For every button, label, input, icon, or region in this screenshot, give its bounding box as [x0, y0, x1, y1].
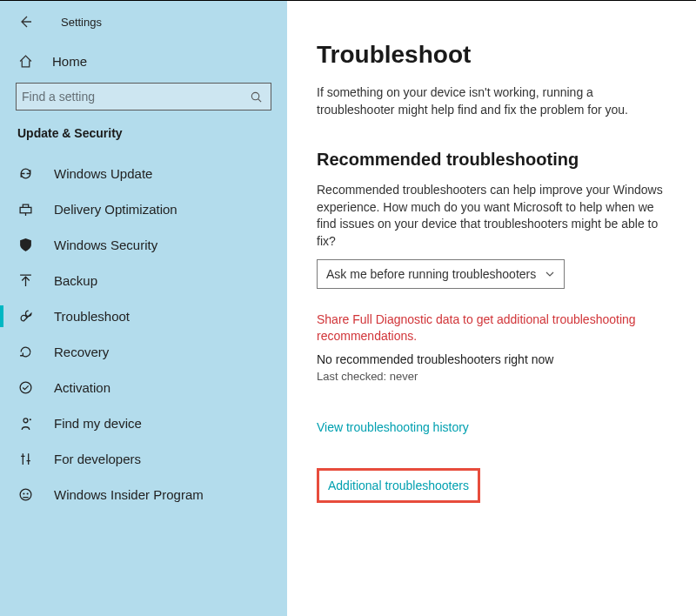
- sidebar-item-label: Activation: [54, 380, 110, 395]
- dropdown-selected-label: Ask me before running troubleshooters: [326, 267, 536, 281]
- page-title: Troubleshoot: [317, 41, 666, 69]
- main-content: Troubleshoot If something on your device…: [287, 1, 696, 616]
- sidebar-item-find-my-device[interactable]: Find my device: [12, 405, 275, 441]
- sidebar-item-recovery[interactable]: Recovery: [12, 334, 275, 370]
- svg-point-0: [251, 92, 258, 99]
- developers-icon: [17, 452, 33, 466]
- activation-icon: [17, 380, 33, 395]
- troubleshoot-icon: [17, 309, 33, 324]
- recommended-heading: Recommended troubleshooting: [317, 150, 666, 170]
- sidebar-item-backup[interactable]: Backup: [12, 263, 275, 298]
- sidebar-item-label: Troubleshoot: [54, 309, 130, 324]
- additional-troubleshooters-link[interactable]: Additional troubleshooters: [328, 479, 469, 492]
- svg-point-3: [23, 418, 28, 423]
- arrow-left-icon: [18, 15, 32, 29]
- annotation-highlight: Additional troubleshooters: [317, 468, 480, 503]
- sidebar-item-windows-insider[interactable]: Windows Insider Program: [12, 477, 275, 512]
- sidebar: Settings Home Update & Security Windows …: [0, 1, 287, 616]
- sidebar-item-label: Delivery Optimization: [54, 202, 177, 217]
- no-recommended-text: No recommended troubleshooters right now: [317, 352, 666, 366]
- sidebar-item-windows-update[interactable]: Windows Update: [12, 156, 275, 191]
- sidebar-item-delivery-optimization[interactable]: Delivery Optimization: [12, 191, 275, 227]
- sidebar-item-label: Recovery: [54, 345, 109, 359]
- search-icon: [250, 90, 265, 104]
- sidebar-top: Settings: [12, 10, 275, 47]
- svg-point-5: [20, 489, 31, 500]
- search-input[interactable]: [22, 90, 250, 104]
- sidebar-item-label: Find my device: [54, 416, 142, 431]
- intro-text: If something on your device isn't workin…: [317, 84, 666, 118]
- chevron-down-icon: [545, 269, 555, 279]
- search-box[interactable]: [16, 83, 271, 110]
- sync-icon: [17, 166, 33, 181]
- diagnostic-warning: Share Full Diagnostic data to get additi…: [317, 311, 666, 345]
- home-icon: [17, 54, 33, 69]
- sidebar-category-header: Update & Security: [12, 124, 275, 156]
- delivery-icon: [17, 202, 33, 217]
- insider-icon: [17, 487, 33, 502]
- svg-rect-1: [20, 207, 31, 212]
- shield-icon: [17, 238, 33, 252]
- sidebar-item-label: Windows Update: [54, 166, 152, 181]
- back-button[interactable]: [17, 14, 33, 30]
- backup-icon: [17, 273, 33, 288]
- troubleshoot-preference-dropdown[interactable]: Ask me before running troubleshooters: [317, 259, 565, 289]
- svg-point-4: [29, 418, 30, 420]
- view-history-link[interactable]: View troubleshooting history: [317, 420, 469, 434]
- sidebar-item-label: For developers: [54, 452, 141, 466]
- sidebar-item-label: Windows Security: [54, 238, 157, 252]
- svg-point-7: [26, 492, 28, 494]
- sidebar-item-for-developers[interactable]: For developers: [12, 441, 275, 477]
- recovery-icon: [17, 345, 33, 359]
- settings-title: Settings: [61, 16, 102, 29]
- findmydevice-icon: [17, 416, 33, 431]
- sidebar-item-windows-security[interactable]: Windows Security: [12, 227, 275, 263]
- sidebar-item-troubleshoot[interactable]: Troubleshoot: [12, 298, 275, 334]
- sidebar-item-activation[interactable]: Activation: [12, 370, 275, 405]
- sidebar-item-label: Windows Insider Program: [54, 487, 204, 502]
- last-checked-text: Last checked: never: [317, 370, 666, 383]
- sidebar-home[interactable]: Home: [12, 47, 275, 76]
- svg-point-6: [23, 492, 24, 494]
- svg-point-2: [20, 382, 31, 393]
- sidebar-item-label: Backup: [54, 273, 97, 288]
- recommended-description: Recommended troubleshooters can help imp…: [317, 182, 666, 250]
- home-label: Home: [52, 54, 87, 69]
